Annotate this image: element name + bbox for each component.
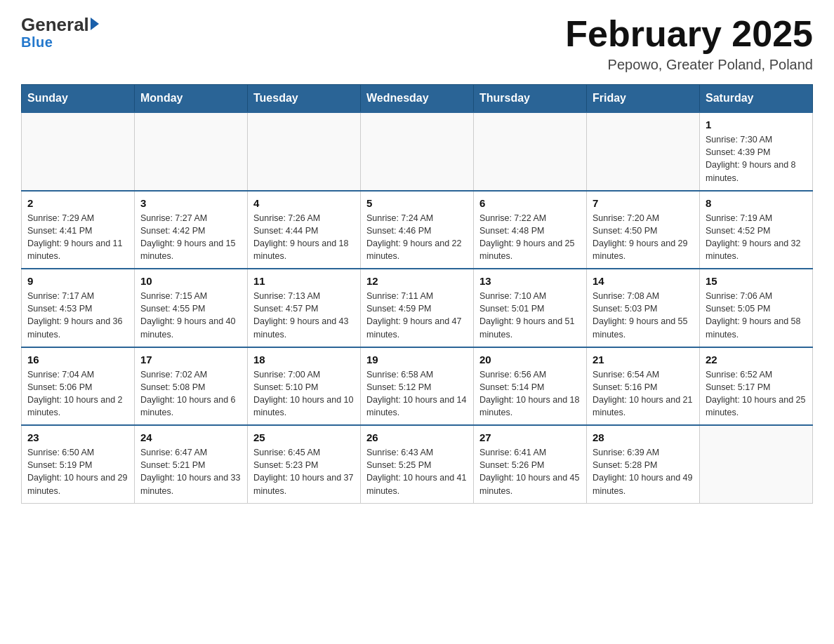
day-info: Sunrise: 6:41 AMSunset: 5:26 PMDaylight:…: [479, 446, 581, 497]
day-info: Sunrise: 6:54 AMSunset: 5:16 PMDaylight:…: [593, 368, 694, 420]
calendar-cell: 28Sunrise: 6:39 AMSunset: 5:28 PMDayligh…: [587, 425, 700, 503]
month-title: February 2025: [565, 14, 813, 54]
day-info: Sunrise: 7:24 AMSunset: 4:46 PMDaylight:…: [366, 212, 468, 263]
day-info: Sunrise: 7:20 AMSunset: 4:50 PMDaylight:…: [593, 212, 694, 263]
calendar-cell: 9Sunrise: 7:17 AMSunset: 4:53 PMDaylight…: [22, 269, 135, 347]
page-header: General Blue February 2025 Pepowo, Great…: [21, 14, 813, 73]
calendar-cell: 14Sunrise: 7:08 AMSunset: 5:03 PMDayligh…: [587, 269, 700, 347]
day-number: 25: [253, 431, 355, 443]
calendar-cell: [248, 112, 361, 191]
day-info: Sunrise: 7:30 AMSunset: 4:39 PMDaylight:…: [706, 133, 807, 185]
week-row-5: 23Sunrise: 6:50 AMSunset: 5:19 PMDayligh…: [22, 425, 813, 503]
day-info: Sunrise: 6:39 AMSunset: 5:28 PMDaylight:…: [593, 446, 694, 497]
location-text: Pepowo, Greater Poland, Poland: [565, 57, 813, 73]
day-number: 18: [253, 354, 355, 365]
week-row-3: 9Sunrise: 7:17 AMSunset: 4:53 PMDaylight…: [22, 269, 813, 347]
calendar-cell: 12Sunrise: 7:11 AMSunset: 4:59 PMDayligh…: [361, 269, 474, 347]
calendar-cell: 22Sunrise: 6:52 AMSunset: 5:17 PMDayligh…: [700, 347, 813, 426]
day-number: 14: [593, 275, 694, 287]
day-number: 4: [253, 197, 355, 209]
calendar-cell: 10Sunrise: 7:15 AMSunset: 4:55 PMDayligh…: [135, 269, 248, 347]
day-info: Sunrise: 7:11 AMSunset: 4:59 PMDaylight:…: [366, 290, 468, 341]
day-info: Sunrise: 6:56 AMSunset: 5:14 PMDaylight:…: [479, 368, 581, 420]
calendar-cell: 2Sunrise: 7:29 AMSunset: 4:41 PMDaylight…: [22, 191, 135, 269]
day-info: Sunrise: 7:22 AMSunset: 4:48 PMDaylight:…: [479, 212, 581, 263]
day-number: 6: [479, 197, 581, 209]
day-info: Sunrise: 6:52 AMSunset: 5:17 PMDaylight:…: [706, 368, 807, 420]
calendar-cell: 19Sunrise: 6:58 AMSunset: 5:12 PMDayligh…: [361, 347, 474, 426]
day-info: Sunrise: 7:15 AMSunset: 4:55 PMDaylight:…: [140, 290, 241, 341]
calendar-cell: 5Sunrise: 7:24 AMSunset: 4:46 PMDaylight…: [361, 191, 474, 269]
calendar-header-monday: Monday: [135, 85, 248, 113]
calendar-cell: [474, 112, 587, 191]
day-number: 10: [140, 275, 241, 287]
day-number: 24: [140, 431, 241, 443]
day-number: 27: [479, 431, 581, 443]
day-info: Sunrise: 7:10 AMSunset: 5:01 PMDaylight:…: [479, 290, 581, 341]
calendar-cell: 6Sunrise: 7:22 AMSunset: 4:48 PMDaylight…: [474, 191, 587, 269]
logo-blue-text: Blue: [21, 34, 53, 51]
calendar-cell: 17Sunrise: 7:02 AMSunset: 5:08 PMDayligh…: [135, 347, 248, 426]
day-number: 9: [27, 275, 128, 287]
calendar-header-sunday: Sunday: [22, 85, 135, 113]
calendar-cell: 26Sunrise: 6:43 AMSunset: 5:25 PMDayligh…: [361, 425, 474, 503]
calendar-cell: 25Sunrise: 6:45 AMSunset: 5:23 PMDayligh…: [248, 425, 361, 503]
calendar-header-row: SundayMondayTuesdayWednesdayThursdayFrid…: [22, 85, 813, 113]
day-info: Sunrise: 6:47 AMSunset: 5:21 PMDaylight:…: [140, 446, 241, 497]
day-info: Sunrise: 7:08 AMSunset: 5:03 PMDaylight:…: [593, 290, 694, 341]
week-row-2: 2Sunrise: 7:29 AMSunset: 4:41 PMDaylight…: [22, 191, 813, 269]
logo: General Blue: [21, 14, 99, 51]
day-number: 12: [366, 275, 468, 287]
day-number: 23: [27, 431, 128, 443]
day-number: 3: [140, 197, 241, 209]
calendar-cell: [22, 112, 135, 191]
day-number: 13: [479, 275, 581, 287]
calendar-cell: 23Sunrise: 6:50 AMSunset: 5:19 PMDayligh…: [22, 425, 135, 503]
calendar-cell: 21Sunrise: 6:54 AMSunset: 5:16 PMDayligh…: [587, 347, 700, 426]
logo-general-text: General: [21, 14, 89, 36]
calendar-cell: [135, 112, 248, 191]
day-number: 11: [253, 275, 355, 287]
day-number: 20: [479, 354, 581, 365]
day-number: 17: [140, 354, 241, 365]
calendar-header-saturday: Saturday: [700, 85, 813, 113]
day-info: Sunrise: 7:04 AMSunset: 5:06 PMDaylight:…: [27, 368, 128, 420]
day-info: Sunrise: 7:27 AMSunset: 4:42 PMDaylight:…: [140, 212, 241, 263]
calendar-cell: 18Sunrise: 7:00 AMSunset: 5:10 PMDayligh…: [248, 347, 361, 426]
day-number: 28: [593, 431, 694, 443]
day-number: 21: [593, 354, 694, 365]
calendar-cell: 15Sunrise: 7:06 AMSunset: 5:05 PMDayligh…: [700, 269, 813, 347]
calendar-cell: [361, 112, 474, 191]
calendar-table: SundayMondayTuesdayWednesdayThursdayFrid…: [21, 84, 813, 504]
week-row-1: 1Sunrise: 7:30 AMSunset: 4:39 PMDaylight…: [22, 112, 813, 191]
day-number: 7: [593, 197, 694, 209]
calendar-cell: 27Sunrise: 6:41 AMSunset: 5:26 PMDayligh…: [474, 425, 587, 503]
calendar-cell: 20Sunrise: 6:56 AMSunset: 5:14 PMDayligh…: [474, 347, 587, 426]
day-number: 5: [366, 197, 468, 209]
day-number: 22: [706, 354, 807, 365]
calendar-header-friday: Friday: [587, 85, 700, 113]
calendar-header-tuesday: Tuesday: [248, 85, 361, 113]
calendar-header-thursday: Thursday: [474, 85, 587, 113]
calendar-cell: 4Sunrise: 7:26 AMSunset: 4:44 PMDaylight…: [248, 191, 361, 269]
day-number: 2: [27, 197, 128, 209]
calendar-cell: 3Sunrise: 7:27 AMSunset: 4:42 PMDaylight…: [135, 191, 248, 269]
day-info: Sunrise: 7:29 AMSunset: 4:41 PMDaylight:…: [27, 212, 128, 263]
week-row-4: 16Sunrise: 7:04 AMSunset: 5:06 PMDayligh…: [22, 347, 813, 426]
calendar-header-wednesday: Wednesday: [361, 85, 474, 113]
title-block: February 2025 Pepowo, Greater Poland, Po…: [565, 14, 813, 73]
day-info: Sunrise: 7:19 AMSunset: 4:52 PMDaylight:…: [706, 212, 807, 263]
calendar-cell: [587, 112, 700, 191]
day-info: Sunrise: 6:58 AMSunset: 5:12 PMDaylight:…: [366, 368, 468, 420]
day-info: Sunrise: 7:26 AMSunset: 4:44 PMDaylight:…: [253, 212, 355, 263]
day-number: 16: [27, 354, 128, 365]
day-info: Sunrise: 7:06 AMSunset: 5:05 PMDaylight:…: [706, 290, 807, 341]
day-number: 1: [706, 119, 807, 130]
day-number: 8: [706, 197, 807, 209]
day-info: Sunrise: 6:43 AMSunset: 5:25 PMDaylight:…: [366, 446, 468, 497]
calendar-cell: 8Sunrise: 7:19 AMSunset: 4:52 PMDaylight…: [700, 191, 813, 269]
day-info: Sunrise: 7:00 AMSunset: 5:10 PMDaylight:…: [253, 368, 355, 420]
calendar-cell: 13Sunrise: 7:10 AMSunset: 5:01 PMDayligh…: [474, 269, 587, 347]
day-info: Sunrise: 7:02 AMSunset: 5:08 PMDaylight:…: [140, 368, 241, 420]
calendar-cell: 1Sunrise: 7:30 AMSunset: 4:39 PMDaylight…: [700, 112, 813, 191]
